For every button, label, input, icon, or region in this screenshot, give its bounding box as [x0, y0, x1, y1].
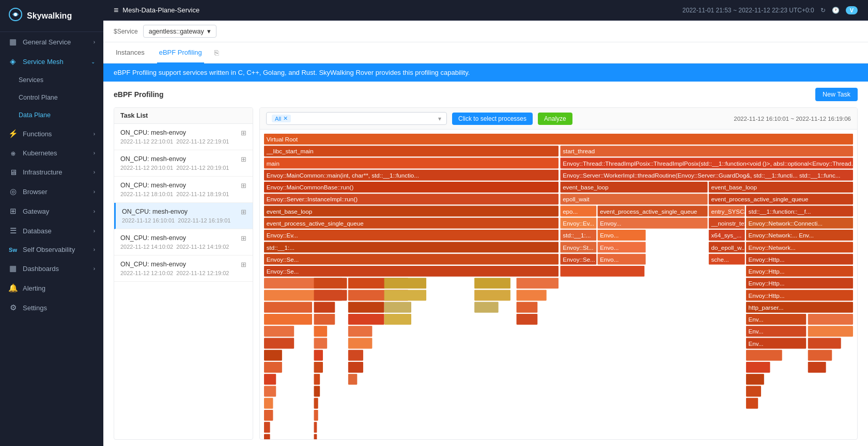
flamegraph-panel: All ✕ ▾ Click to select processes Analyz… [259, 107, 858, 440]
svg-rect-143 [314, 326, 328, 337]
tab-instances[interactable]: Instances [114, 42, 147, 63]
svg-rect-142 [314, 314, 335, 325]
svg-rect-85 [264, 302, 312, 313]
sidebar-item-self-observability[interactable]: Sw Self Observability › [0, 241, 103, 259]
svg-text:event_process_active_single_qu: event_process_active_single_queue [711, 196, 808, 202]
new-task-button[interactable]: New Task [815, 88, 858, 101]
info-banner: eBPF Profiling support services written … [103, 63, 868, 82]
sidebar-item-label: Database [23, 227, 52, 235]
svg-text:Envoy::Se...: Envoy::Se... [267, 256, 299, 263]
svg-text:epoll_wait: epoll_wait [563, 196, 590, 202]
database-icon: ☰ [8, 226, 18, 235]
sidebar-item-label: Functions [23, 130, 52, 138]
chevron-down-icon: ⌄ [91, 59, 95, 65]
svg-point-1 [14, 13, 17, 16]
svg-text:Envoy::Se...: Envoy::Se... [267, 268, 299, 275]
sidebar-item-label: Infrastructure [23, 168, 63, 176]
sidebar-item-infrastructure[interactable]: 🖥 Infrastructure › [0, 163, 103, 182]
task-detail-icon[interactable]: ⊞ [241, 129, 246, 137]
svg-rect-86 [264, 314, 312, 325]
svg-rect-139 [314, 278, 347, 289]
sidebar-item-data-plane[interactable]: Data Plane [0, 106, 103, 124]
svg-rect-138 [517, 314, 538, 325]
sidebar-item-services[interactable]: Services [0, 71, 103, 89]
svg-text:Envoy::St...: Envoy::St... [563, 244, 593, 251]
content-area: Instances eBPF Profiling ⎘ eBPF Profilin… [103, 42, 868, 446]
time-icon[interactable]: 🕐 [832, 7, 840, 14]
sidebar-item-service-mesh[interactable]: ◈ Service Mesh ⌄ [0, 52, 103, 71]
svg-rect-102 [348, 338, 373, 349]
sidebar-item-dashboards[interactable]: ▦ Dashboards › [0, 259, 103, 278]
task-detail-icon[interactable]: ⊞ [241, 182, 246, 189]
dashboards-icon: ▦ [8, 264, 18, 273]
toggle-button[interactable]: V [846, 6, 858, 14]
svg-text:Virtual Root: Virtual Root [267, 136, 298, 142]
select-processes-button[interactable]: Click to select processes [452, 113, 533, 125]
task-list-panel: Task List ON_CPU: mesh-envoy 2022-11-12 … [114, 107, 253, 440]
page-title-area: ≡ Mesh-Data-Plane-Service [114, 6, 199, 15]
copy-icon[interactable]: ⎘ [214, 49, 219, 57]
analyze-button[interactable]: Analyze [538, 113, 572, 125]
svg-rect-89 [264, 350, 282, 361]
task-item[interactable]: ON_CPU: mesh-envoy 2022-11-12 22:10:01 2… [114, 124, 253, 150]
svg-rect-119 [746, 362, 770, 373]
sidebar-item-browser[interactable]: ◎ Browser › [0, 182, 103, 201]
svg-rect-6 [560, 146, 853, 156]
sidebar-item-database[interactable]: ☰ Database › [0, 221, 103, 241]
svg-rect-100 [348, 314, 384, 325]
task-item[interactable]: ON_CPU: mesh-envoy 2022-11-12 14:10:02 2… [114, 229, 253, 256]
info-banner-text: eBPF Profiling support services written … [114, 69, 470, 76]
time-range: 2022-11-01 21:53 ~ 2022-11-12 22:23 UTC+… [683, 7, 814, 14]
sidebar-item-control-plane[interactable]: Control Plane [0, 89, 103, 106]
svg-text:event_base_loop: event_base_loop [267, 208, 313, 215]
flame-graph-svg: Virtual Root __libc_start_main start_thr… [264, 134, 853, 439]
chevron-right-icon: › [94, 209, 95, 214]
chevron-right-icon: › [94, 228, 95, 234]
sidebar-item-settings[interactable]: ⚙ Settings [0, 298, 103, 317]
settings-icon: ⚙ [8, 303, 18, 312]
sidebar-item-general-service[interactable]: ▦ General Service › [0, 32, 103, 52]
task-item[interactable]: ON_CPU: mesh-envoy 2022-11-12 18:10:01 2… [114, 177, 253, 203]
sidebar-item-label: Alerting [23, 284, 45, 292]
chevron-right-icon: › [94, 150, 95, 156]
svg-rect-135 [517, 278, 559, 289]
svg-text:std::__1:...: std::__1:... [563, 232, 591, 238]
sidebar-item-gateway[interactable]: ⊞ Gateway › [0, 201, 103, 221]
service-selector[interactable]: agentless::gateway ▾ [143, 25, 216, 38]
task-detail-icon[interactable]: ⊞ [241, 155, 246, 163]
profiling-body: Task List ON_CPU: mesh-envoy 2022-11-12 … [114, 107, 858, 440]
svg-rect-137 [517, 302, 538, 313]
svg-text:sche...: sche... [711, 256, 729, 263]
self-obs-icon: Sw [8, 247, 18, 253]
flamegraph-canvas[interactable]: Virtual Root __libc_start_main start_thr… [260, 130, 857, 439]
task-item[interactable]: ON_CPU: mesh-envoy 2022-11-12 12:10:02 2… [114, 256, 253, 282]
svg-rect-151 [314, 422, 317, 433]
process-select[interactable]: All ✕ ▾ [266, 112, 447, 125]
service-value: agentless::gateway [149, 28, 204, 35]
task-detail-icon[interactable]: ⊞ [241, 261, 246, 268]
sidebar-item-kubernetes[interactable]: ⎈ Kubernetes › [0, 144, 103, 163]
service-bar: $Service agentless::gateway ▾ [103, 21, 868, 42]
sidebar-item-functions[interactable]: ⚡ Functions › [0, 124, 103, 144]
profiling-panel: eBPF Profiling New Task Task List ON_CPU… [103, 82, 868, 446]
svg-text:Envoy::Server::InstanceImpl::r: Envoy::Server::InstanceImpl::run() [267, 196, 358, 202]
header-right: 2022-11-01 21:53 ~ 2022-11-12 22:23 UTC+… [683, 6, 858, 14]
chevron-right-icon: › [94, 169, 95, 175]
svg-rect-82 [560, 266, 644, 277]
svg-text:__libc_start_main: __libc_start_main [266, 148, 314, 154]
svg-text:Envoy::Http...: Envoy::Http... [749, 292, 785, 299]
task-detail-icon[interactable]: ⊞ [241, 208, 246, 216]
svg-rect-94 [264, 410, 273, 421]
sidebar-item-alerting[interactable]: 🔔 Alerting [0, 278, 103, 298]
task-item[interactable]: ON_CPU: mesh-envoy 2022-11-12 20:10:01 2… [114, 150, 253, 177]
tag-close-icon[interactable]: ✕ [283, 115, 288, 122]
refresh-icon[interactable]: ↻ [820, 7, 826, 14]
chevron-right-icon: › [94, 131, 95, 137]
svg-text:x64_sys_...: x64_sys_... [711, 232, 741, 238]
task-item-selected[interactable]: ON_CPU: mesh-envoy 2022-11-12 16:10:01 2… [114, 203, 253, 229]
tab-ebpf-profiling[interactable]: eBPF Profiling [157, 42, 204, 63]
svg-text:std::__1::function::__f...: std::__1::function::__f... [749, 208, 811, 215]
sidebar-item-label: Dashboards [23, 265, 59, 273]
svg-rect-148 [314, 386, 320, 397]
task-detail-icon[interactable]: ⊞ [241, 234, 246, 242]
